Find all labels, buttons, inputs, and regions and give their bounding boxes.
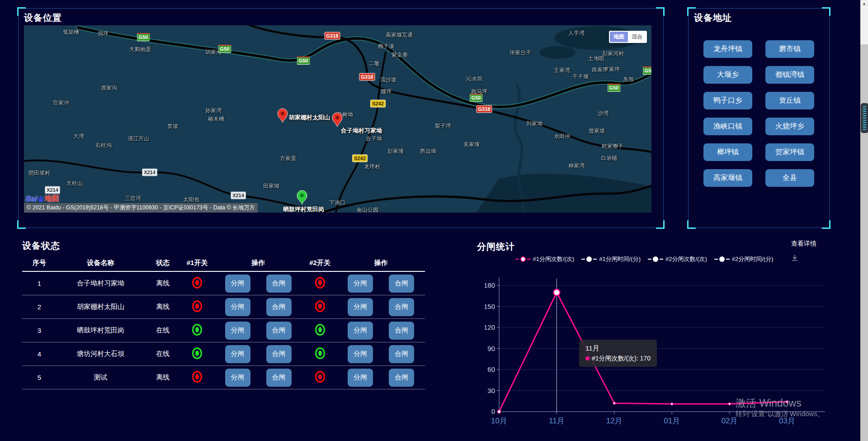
road-badge-G50: G50 [218, 45, 231, 53]
open-switch-button[interactable]: 分闸 [225, 275, 250, 293]
road-badge-G318: G318 [325, 32, 340, 40]
address-button-12[interactable]: 全县 [765, 169, 814, 187]
table-header: 设备名称 [57, 259, 145, 267]
svg-text:120: 120 [485, 323, 495, 331]
close-switch-button[interactable]: 合闸 [389, 369, 414, 387]
close-switch-button[interactable]: 合闸 [266, 322, 292, 340]
open-switch-button[interactable]: 分闸 [225, 298, 250, 316]
row-number: 3 [22, 327, 57, 334]
switch2-indicator [315, 371, 325, 383]
address-button-grid: 龙舟坪镇磨市镇大堰乡都镇湾镇鸭子口乡资丘镇渔峡口镇火烧坪乡榔坪镇贺家坪镇高家堰镇… [703, 40, 814, 187]
map-marker-label: 合子坳村习家坳 [341, 127, 382, 135]
open-switch-button[interactable]: 分闸 [348, 298, 373, 316]
address-button-10[interactable]: 贺家坪镇 [765, 143, 814, 161]
corner-decor [17, 220, 26, 229]
road-badge-G50: G50 [643, 66, 651, 75]
switch1-indicator [192, 277, 202, 289]
device-status: 在线 [145, 326, 181, 335]
close-switch-button[interactable]: 合闸 [266, 298, 292, 316]
row-number: 1 [22, 280, 57, 287]
svg-text:30: 30 [487, 387, 495, 394]
road-badge-S242: S242 [352, 155, 368, 162]
close-switch-button[interactable]: 合闸 [266, 369, 292, 387]
address-button-6[interactable]: 资丘镇 [765, 92, 814, 109]
table-row: 1合子坳村习家坳离线分闸合闸分闸合闸 [22, 272, 425, 295]
map-type-map[interactable]: 地图 [610, 32, 628, 42]
device-name: 胡家棚村太阳山 [57, 303, 145, 311]
page-scrollbar-track[interactable]: ▲ [860, 0, 868, 441]
road-badge-X214: X214 [231, 192, 246, 199]
table-header: 操作 [337, 259, 425, 267]
corner-decor [656, 7, 665, 16]
address-button-2[interactable]: 磨市镇 [765, 40, 814, 58]
device-status: 离线 [145, 303, 181, 311]
switch1-indicator [192, 347, 202, 359]
legend-item[interactable]: #1分闸次数/(次) [515, 255, 575, 263]
table-row: 2胡家棚村太阳山离线分闸合闸分闸合闸 [22, 295, 425, 319]
baidu-map-word: 地图 [45, 194, 59, 204]
legend-item[interactable]: #2分闸次数/(次) [648, 255, 707, 263]
corner-decor [656, 220, 665, 229]
view-details-link[interactable]: 查看详情 [791, 240, 816, 248]
switch2-indicator [315, 324, 325, 336]
scrollbar-up-arrow[interactable]: ▲ [860, 1, 868, 6]
corner-decor [822, 7, 830, 16]
map-canvas[interactable]: 笔架槽洞坪天鹅抱蛋胡家湾高家堰互通梅子溪紫金寨二墩流沙坡沁水坝张家台子彭家河村王… [24, 25, 651, 213]
chart-legend: #1分闸次数/(次) #1分闸时间/(分) #2分闸次数/(次) #2分闸时间/… [488, 255, 800, 263]
close-switch-button[interactable]: 合闸 [389, 298, 414, 316]
status-panel-title: 设备状态 [22, 240, 60, 252]
corner-decor [822, 220, 830, 229]
device-name: 塘坊河村大石坝 [57, 350, 145, 358]
table-row: 3晒鼓坪村荒田岗在线分闸合闸分闸合闸 [22, 319, 425, 342]
open-switch-button[interactable]: 分闸 [225, 345, 250, 363]
address-button-9[interactable]: 榔坪镇 [703, 143, 752, 161]
map-type-hybrid[interactable]: 混合 [628, 32, 646, 42]
baidu-logo: Bai 地图 [26, 194, 59, 204]
address-button-5[interactable]: 鸭子口乡 [703, 92, 752, 109]
map-type-control[interactable]: 地图混合 [609, 31, 647, 43]
svg-text:10月: 10月 [491, 417, 507, 425]
table-header: 操作 [213, 259, 303, 267]
road-badge-G50: G50 [608, 84, 621, 92]
address-button-3[interactable]: 大堰乡 [703, 66, 752, 84]
road-badge-S242: S242 [370, 100, 386, 108]
open-switch-button[interactable]: 分闸 [348, 275, 373, 293]
device-name: 晒鼓坪村荒田岗 [57, 326, 145, 335]
address-panel-title: 设备地址 [694, 12, 732, 24]
road-badge-X214: X214 [142, 169, 157, 176]
close-switch-button[interactable]: 合闸 [389, 322, 414, 340]
open-switch-button[interactable]: 分闸 [348, 369, 373, 387]
device-name: 测试 [57, 373, 145, 382]
scrollbar-thumb[interactable] [861, 103, 868, 133]
close-switch-button[interactable]: 合闸 [389, 345, 414, 363]
windows-activation-watermark: 激活 Windows [736, 396, 802, 410]
address-button-8[interactable]: 火烧坪乡 [765, 118, 814, 135]
switch1-indicator [192, 324, 202, 336]
map-panel-title: 设备位置 [24, 12, 62, 24]
legend-item[interactable]: #2分闸时间/(分) [714, 255, 774, 263]
row-number: 4 [22, 350, 57, 358]
device-status: 离线 [145, 373, 181, 382]
address-button-7[interactable]: 渔峡口镇 [703, 118, 752, 135]
svg-text:90: 90 [487, 345, 495, 352]
open-switch-button[interactable]: 分闸 [225, 322, 250, 340]
close-switch-button[interactable]: 合闸 [266, 345, 292, 363]
address-button-11[interactable]: 高家堰镇 [703, 169, 752, 187]
device-name: 合子坳村习家坳 [57, 279, 145, 288]
row-number: 5 [22, 374, 57, 381]
device-status: 在线 [145, 350, 181, 358]
open-switch-button[interactable]: 分闸 [348, 322, 373, 340]
close-switch-button[interactable]: 合闸 [389, 275, 414, 293]
device-location-panel: 设备位置 笔架槽洞坪天鹅抱蛋胡家湾高家堰互通梅子溪紫金寨二墩流沙坡沁水坝张家台子… [18, 8, 664, 228]
svg-text:11月: 11月 [549, 417, 565, 425]
address-button-4[interactable]: 都镇湾镇 [765, 66, 814, 84]
legend-item[interactable]: #1分闸时间/(分) [581, 255, 641, 263]
open-switch-button[interactable]: 分闸 [225, 369, 250, 387]
corner-decor [687, 220, 696, 229]
close-switch-button[interactable]: 合闸 [266, 275, 292, 293]
address-button-1[interactable]: 龙舟坪镇 [703, 40, 752, 58]
chart-panel-title: 分闸统计 [477, 241, 515, 253]
windows-activation-watermark-sub: 转到"设置"以激活 Windows。 [736, 410, 824, 418]
map-marker-label: 晒鼓坪村荒田岗 [283, 205, 324, 213]
open-switch-button[interactable]: 分闸 [348, 345, 373, 363]
